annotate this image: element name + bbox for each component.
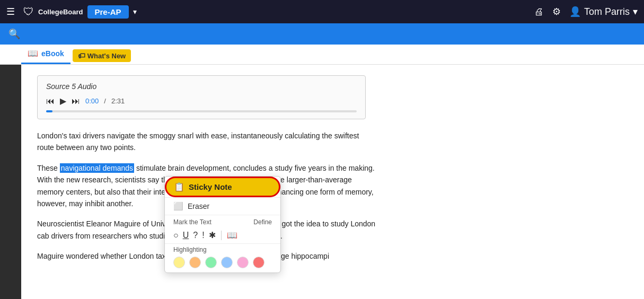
audio-controls: ⏮ ▶ ⏭ 0:00 / 2:31 [46,96,357,106]
audio-title: Source 5 Audio [46,82,357,91]
tab-ebook[interactable]: 📖 eBook [21,44,70,64]
logo-area: 🛡 CollegeBoard [23,6,83,18]
context-menu: 📋 Sticky Note ⬜ Eraser Mark the Text Def… [164,176,281,273]
para2-highlight[interactable]: navigational demands [60,163,134,173]
audio-play-button[interactable]: ▶ [60,96,66,106]
mark-the-text-label: Mark the Text [173,218,250,226]
audio-progress-bar[interactable] [46,110,357,112]
tab-ebook-label: eBook [41,49,64,58]
define-book-icon[interactable]: 📖 [227,230,237,240]
color-swatch-pink[interactable] [237,257,249,268]
user-area[interactable]: 👤 Tom Parris ▾ [569,6,638,17]
tab-whats-new-label: What's New [87,52,126,60]
tab-whats-new[interactable]: 🏷 What's New [73,49,131,62]
paragraph-1: London's taxi drivers navigate the smogg… [37,130,376,154]
settings-icon[interactable]: ⚙ [552,6,561,17]
eraser-menu-item[interactable]: ⬜ Eraser [165,197,280,215]
mark-define-row: Mark the Text Define [165,215,280,229]
pre-ap-badge[interactable]: Pre-AP [87,5,129,19]
top-right-icons: 🖨 ⚙ 👤 Tom Parris ▾ [534,6,638,17]
color-swatch-red[interactable] [253,257,264,268]
ebook-icon: 📖 [28,48,38,58]
mark-asterisk-icon[interactable]: ✱ [209,230,216,240]
content-area: Source 5 Audio ⏮ ▶ ⏭ 0:00 / 2:31 London'… [21,65,424,299]
define-label: Define [253,218,272,226]
user-name: Tom Parris [584,6,630,17]
mark-question-icon[interactable]: ? [193,231,198,240]
audio-fast-forward-button[interactable]: ⏭ [72,96,80,106]
color-swatch-yellow[interactable] [173,257,185,268]
sticky-note-icon: 📋 [174,182,184,192]
eraser-icon: ⬜ [173,201,183,211]
audio-current-time: 0:00 [85,97,99,105]
right-sidebar [424,65,644,299]
color-swatches [173,257,272,268]
search-icon[interactable]: 🔍 [8,28,20,40]
audio-progress-fill [46,110,52,112]
color-swatch-green[interactable] [205,257,217,268]
cb-logo-text: CollegeBoard [38,8,83,16]
sticky-note-label: Sticky Note [189,182,232,191]
cb-shield-icon: 🛡 [23,6,34,18]
eraser-label: Eraser [188,202,209,210]
audio-rewind-button[interactable]: ⏮ [46,96,55,106]
mark-divider [221,231,222,240]
pre-ap-dropdown-icon[interactable]: ▾ [133,7,137,16]
mark-circle-icon[interactable]: ○ [173,231,179,240]
mark-icons-row: ○ U ? ! ✱ 📖 [165,229,280,243]
tab-bar: 📖 eBook 🏷 What's New [0,45,644,65]
top-nav: ☰ 🛡 CollegeBoard Pre-AP ▾ 🖨 ⚙ 👤 Tom Parr… [0,0,644,23]
audio-total-time: 2:31 [111,97,125,105]
hamburger-icon[interactable]: ☰ [6,6,15,17]
main-content: Source 5 Audio ⏮ ▶ ⏭ 0:00 / 2:31 London'… [0,65,644,299]
mark-exclaim-icon[interactable]: ! [202,231,204,240]
audio-separator: / [104,97,106,105]
para2-before: These [37,164,60,172]
second-bar: 🔍 [0,23,644,45]
highlighting-label: Highlighting [173,246,272,253]
color-swatch-blue[interactable] [221,257,233,268]
print-icon[interactable]: 🖨 [534,6,544,17]
whats-new-icon: 🏷 [78,51,85,60]
highlighting-section: Highlighting [165,244,280,272]
color-swatch-orange[interactable] [189,257,201,268]
left-sidebar [0,65,21,299]
user-dropdown-icon[interactable]: ▾ [633,6,638,17]
sticky-note-menu-item[interactable]: 📋 Sticky Note [165,177,280,197]
mark-underline-icon[interactable]: U [183,231,189,240]
audio-box: Source 5 Audio ⏮ ▶ ⏭ 0:00 / 2:31 [37,75,366,119]
user-icon: 👤 [569,6,581,17]
